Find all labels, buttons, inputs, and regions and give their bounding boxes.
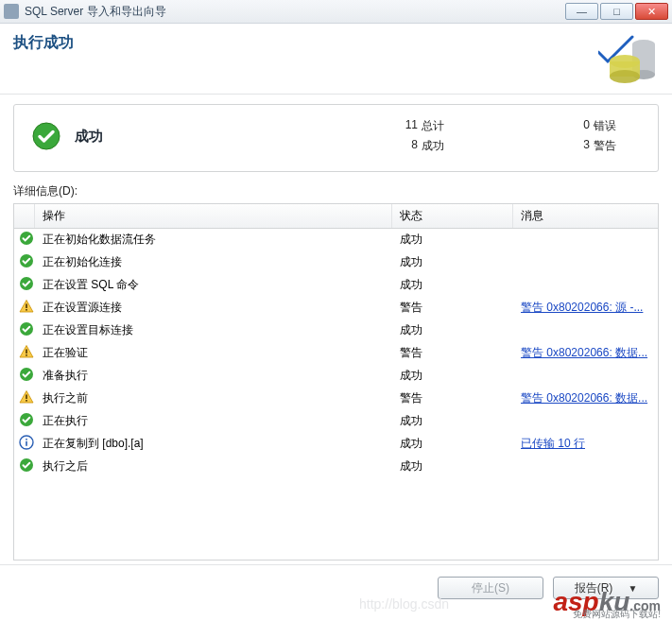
msg-cell: 警告 0x80202066: 数据... (513, 345, 658, 361)
table-header: 操作 状态 消息 (14, 204, 658, 229)
msg-cell: 已传输 10 行 (513, 436, 658, 452)
table-row[interactable]: 执行之后成功 (14, 456, 658, 478)
error-label: 错误 (594, 118, 641, 134)
col-operation[interactable]: 操作 (35, 204, 392, 228)
window-buttons: — □ ✕ (565, 3, 668, 20)
op-cell: 执行之后 (35, 458, 392, 474)
col-status[interactable]: 状态 (392, 204, 513, 228)
stop-button[interactable]: 停止(S) (438, 577, 543, 599)
success-icon (19, 276, 34, 291)
op-cell: 正在初始化数据流任务 (35, 232, 392, 248)
status-cell: 成功 (392, 413, 513, 429)
success-icon (19, 253, 34, 268)
success-icon (19, 412, 34, 427)
success-icon (19, 231, 34, 246)
op-cell: 正在设置 SQL 命令 (35, 277, 392, 293)
msg-cell: 警告 0x80202066: 数据... (513, 390, 658, 406)
success-count: 8 (380, 138, 418, 154)
op-cell: 正在验证 (35, 345, 392, 361)
info-icon (19, 435, 34, 450)
status-cell: 成功 (392, 436, 513, 452)
window-title: SQL Server 导入和导出向导 (25, 4, 565, 20)
op-cell: 执行之前 (35, 390, 392, 406)
header-graphic (602, 29, 659, 86)
page-title: 执行成功 (13, 33, 74, 53)
warning-icon (19, 344, 34, 359)
total-count: 11 (380, 118, 418, 134)
table-row[interactable]: 正在设置目标连接成功 (14, 319, 658, 342)
svg-point-13 (610, 70, 640, 83)
title-bar: SQL Server 导入和导出向导 — □ ✕ (0, 0, 672, 24)
summary-stats: 11 总计 0 错误 8 成功 3 警告 (380, 118, 641, 154)
op-cell: 准备执行 (35, 368, 392, 384)
success-icon (31, 121, 61, 151)
table-row[interactable]: 正在设置 SQL 命令成功 (14, 274, 658, 297)
status-cell: 成功 (392, 322, 513, 338)
table-row[interactable]: 正在复制到 [dbo].[a]成功已传输 10 行 (14, 433, 658, 456)
table-row[interactable]: 正在初始化数据流任务成功 (14, 229, 658, 251)
status-cell: 警告 (392, 390, 513, 406)
table-body: 正在初始化数据流任务成功正在初始化连接成功正在设置 SQL 命令成功正在设置源连… (14, 229, 658, 478)
status-cell: 成功 (392, 368, 513, 384)
close-button[interactable]: ✕ (635, 3, 668, 20)
warning-icon (19, 299, 34, 314)
table-row[interactable]: 正在验证警告警告 0x80202066: 数据... (14, 342, 658, 365)
status-cell: 成功 (392, 254, 513, 270)
op-cell: 正在复制到 [dbo].[a] (35, 436, 392, 452)
wizard-header: 执行成功 (0, 24, 672, 95)
message-link[interactable]: 已传输 10 行 (521, 437, 585, 450)
total-label: 总计 (422, 118, 469, 134)
warn-count: 3 (552, 138, 590, 154)
table-row[interactable]: 执行之前警告警告 0x80202066: 数据... (14, 388, 658, 410)
summary-panel: 成功 11 总计 0 错误 8 成功 3 警告 (13, 104, 659, 172)
status-cell: 成功 (392, 458, 513, 474)
table-row[interactable]: 正在设置源连接警告警告 0x80202066: 源 -... (14, 297, 658, 319)
message-link[interactable]: 警告 0x80202066: 源 -... (521, 301, 643, 314)
table-row[interactable]: 正在初始化连接成功 (14, 251, 658, 274)
disk-icon (602, 33, 659, 90)
watermark-blog: http://blog.csdn (359, 596, 449, 612)
status-cell: 警告 (392, 300, 513, 316)
table-row[interactable]: 准备执行成功 (14, 365, 658, 388)
table-row[interactable]: 正在执行成功 (14, 410, 658, 433)
app-icon (4, 4, 19, 19)
minimize-button[interactable]: — (565, 3, 598, 20)
op-cell: 正在设置源连接 (35, 300, 392, 316)
status-cell: 成功 (392, 232, 513, 248)
maximize-button[interactable]: □ (600, 3, 633, 20)
warning-icon (19, 389, 34, 405)
op-cell: 正在初始化连接 (35, 254, 392, 270)
warn-label: 警告 (594, 138, 641, 154)
watermark-sub: 免费网站源码下载站! (573, 608, 661, 621)
details-table: 操作 状态 消息 正在初始化数据流任务成功正在初始化连接成功正在设置 SQL 命… (13, 203, 659, 561)
success-icon (19, 367, 34, 382)
status-cell: 成功 (392, 277, 513, 293)
error-count: 0 (552, 118, 590, 134)
details-label: 详细信息(D): (13, 183, 659, 199)
op-cell: 正在设置目标连接 (35, 322, 392, 338)
success-label: 成功 (422, 138, 469, 154)
op-cell: 正在执行 (35, 413, 392, 429)
message-link[interactable]: 警告 0x80202066: 数据... (521, 391, 647, 405)
success-icon (19, 457, 34, 473)
col-message[interactable]: 消息 (513, 204, 658, 228)
message-link[interactable]: 警告 0x80202066: 数据... (521, 346, 647, 359)
status-cell: 警告 (392, 345, 513, 361)
content-area: 成功 11 总计 0 错误 8 成功 3 警告 详细信息(D): 操作 状态 消… (0, 95, 672, 564)
success-icon (19, 321, 34, 336)
summary-status: 成功 (75, 128, 103, 146)
msg-cell: 警告 0x80202066: 源 -... (513, 300, 658, 316)
